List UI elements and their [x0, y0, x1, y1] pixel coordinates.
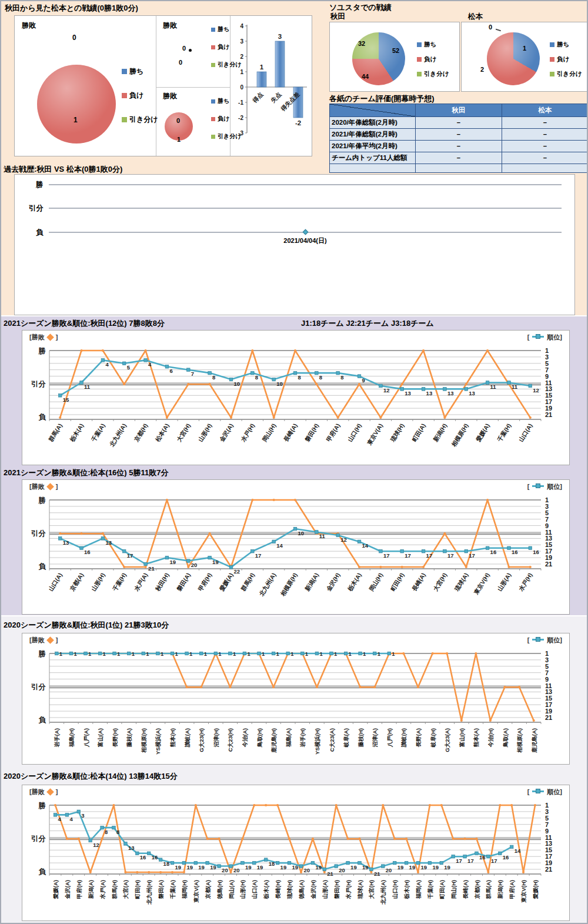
history-title: 過去戦歴:秋田 VS 松本(0勝1敗0分): [4, 164, 122, 175]
rank-marker-icon: [532, 485, 544, 487]
svg-text:栃木(A): 栃木(A): [346, 572, 363, 592]
svg-text:町田(H): 町田(H): [389, 572, 405, 592]
svg-text:徳島(A): 徳島(A): [298, 880, 305, 899]
svg-text:YS横浜(H): YS横浜(H): [314, 728, 320, 755]
svg-text:讃岐(A): 讃岐(A): [184, 728, 191, 748]
svg-text:19: 19: [210, 864, 216, 870]
rank-marker-icon: [532, 336, 544, 338]
soyusta-akita-panel: 52 44 32 勝ち 負け 引き分け: [329, 22, 460, 92]
svg-text:6: 6: [169, 368, 172, 374]
svg-text:10: 10: [276, 381, 283, 387]
matsumoto-2021-title: 2021シーズン勝敗&順位:松本(16位) 5勝11敗7分: [4, 468, 168, 478]
divider: [156, 87, 230, 88]
svg-text:4: 4: [240, 23, 243, 29]
svg-text:京都(H): 京都(H): [474, 880, 480, 899]
akita-2021-chart: 13579111315171921勝引分負群馬(A)栃木(A)千葉(A)北九州(…: [22, 342, 569, 465]
svg-text:甲府(H): 甲府(H): [76, 880, 82, 899]
svg-text:岡山(H): 岡山(H): [261, 422, 277, 443]
svg-text:10: 10: [298, 530, 305, 536]
svg-text:山口(H): 山口(H): [392, 880, 398, 899]
soyusta-team-matsumoto: 松本: [468, 12, 483, 22]
svg-text:3: 3: [240, 38, 243, 45]
svg-text:北九州(A): 北九州(A): [380, 880, 386, 905]
svg-text:今治(A): 今治(A): [242, 728, 248, 748]
draw-swatch-icon: [122, 117, 127, 122]
svg-text:20: 20: [222, 867, 228, 873]
svg-text:10: 10: [234, 381, 240, 387]
small-pie-top-value-b: 0: [179, 59, 182, 66]
svg-text:京都(A): 京都(A): [69, 572, 85, 592]
svg-text:19: 19: [169, 559, 176, 565]
svg-text:15: 15: [63, 396, 69, 403]
svg-text:1: 1: [103, 651, 106, 657]
small-pie-bottom-value-loss: 1: [177, 136, 181, 143]
svg-text:勝: 勝: [38, 802, 46, 810]
svg-text:22: 22: [234, 568, 240, 575]
big-pie-value-win: 0: [72, 34, 76, 42]
svg-text:8: 8: [255, 374, 258, 381]
svg-text:相模原(A): 相模原(A): [516, 728, 523, 753]
svg-text:長崎(H): 長崎(H): [275, 880, 281, 899]
svg-text:1: 1: [233, 651, 236, 657]
league-note: J1:18チーム J2:21チーム J3:18チーム: [301, 318, 434, 329]
matsumoto-2020-title: 2020シーズン勝敗&順位:松本(14位) 13勝14敗15分: [4, 771, 178, 782]
rank-marker-icon: [532, 639, 544, 641]
svg-text:1: 1: [117, 651, 121, 657]
svg-text:20: 20: [304, 867, 310, 873]
svg-text:C大23(A): C大23(A): [329, 728, 335, 752]
gridline-win: [49, 184, 562, 185]
svg-text:沼津(A): 沼津(A): [372, 728, 378, 748]
svg-text:秋田(H): 秋田(H): [154, 572, 171, 592]
table-header-matsumoto: 松本: [502, 104, 588, 117]
svg-text:大宮(H): 大宮(H): [432, 572, 448, 592]
akita-2020-chart-panel: [勝敗] [順位] 13579111315171921勝引分負岩手(A)福島(H…: [22, 633, 570, 765]
svg-text:13: 13: [128, 845, 135, 851]
legend-item-draw: 引き分け: [122, 115, 158, 125]
svg-text:11: 11: [490, 383, 497, 390]
svg-text:負: 負: [39, 562, 46, 571]
svg-text:12: 12: [340, 536, 347, 543]
svg-text:東京V(H): 東京V(H): [520, 880, 527, 903]
svg-text:1: 1: [276, 651, 280, 657]
svg-text:琉球(H): 琉球(H): [286, 880, 293, 899]
svg-text:負: 負: [39, 413, 46, 421]
svg-text:11: 11: [512, 383, 518, 390]
svg-text:京都(A): 京都(A): [205, 880, 211, 899]
svg-text:17: 17: [405, 552, 411, 559]
svg-text:富山(H): 富山(H): [459, 728, 465, 747]
svg-text:14: 14: [514, 848, 521, 854]
svg-text:新潟(H): 新潟(H): [497, 880, 503, 899]
svg-text:八戸(H): 八戸(H): [386, 728, 393, 748]
svg-text:19: 19: [397, 864, 404, 870]
dashboard: 秋田から見た松本との戦績(0勝1敗0分) 勝敗 0 1 勝ち 負け 引き分け 勝…: [0, 0, 588, 924]
rank-legend: [順位]: [527, 788, 562, 796]
svg-text:13: 13: [105, 539, 112, 546]
eval-table: 秋田 松本 2020/年俸総額(2月時) － － 2021/年俸総額(2月時) …: [329, 104, 588, 173]
svg-text:勝: 勝: [38, 496, 46, 505]
svg-text:-2: -2: [295, 119, 301, 126]
svg-text:13: 13: [63, 539, 69, 546]
svg-text:19: 19: [257, 864, 263, 870]
svg-text:相模原(H): 相模原(H): [279, 572, 299, 598]
svg-text:4: 4: [105, 361, 109, 368]
svg-text:8: 8: [319, 374, 322, 381]
svg-text:3: 3: [278, 33, 282, 40]
svg-text:岩手(H): 岩手(H): [299, 728, 306, 748]
svg-text:磐田(H): 磐田(H): [333, 880, 340, 899]
svg-text:17: 17: [469, 552, 475, 559]
svg-text:磐田(H): 磐田(H): [303, 422, 320, 443]
rank-legend: [順位]: [527, 333, 562, 342]
loss-swatch-icon: [122, 93, 127, 98]
svg-text:琉球(A): 琉球(A): [357, 880, 363, 899]
svg-text:北九州(H): 北九州(H): [146, 880, 152, 905]
svg-text:今治(H): 今治(H): [487, 728, 494, 748]
svg-text:20: 20: [233, 867, 240, 873]
svg-text:相模原(H): 相模原(H): [141, 728, 147, 753]
small-pie-top-value-a: 0: [182, 45, 186, 52]
svg-text:町田(A): 町田(A): [411, 422, 427, 443]
svg-text:20: 20: [339, 867, 345, 873]
svg-text:勝: 勝: [38, 650, 46, 658]
svg-text:福岡(A): 福岡(A): [415, 880, 422, 899]
svg-text:熊本(H): 熊本(H): [169, 728, 176, 747]
svg-text:山口(H): 山口(H): [346, 422, 362, 443]
